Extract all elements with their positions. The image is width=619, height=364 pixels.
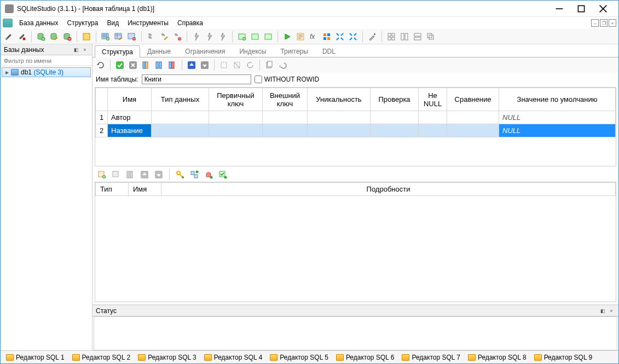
cell-notnull[interactable]	[419, 111, 447, 124]
add-check-constraint-button[interactable]	[217, 169, 229, 181]
cell-num[interactable]: 1	[96, 111, 108, 124]
cell-num[interactable]: 2	[96, 124, 108, 137]
add-db-button[interactable]	[35, 31, 47, 43]
remove-db-button[interactable]	[61, 31, 73, 43]
cell-notnull[interactable]	[419, 124, 447, 137]
bottom-tab-sql-7[interactable]: Редактор SQL 7	[398, 353, 464, 362]
edit-constraint-button[interactable]	[110, 169, 122, 181]
cell-uniq[interactable]	[308, 124, 371, 137]
cell-collate[interactable]	[447, 124, 499, 137]
edit-db-button[interactable]	[48, 31, 60, 43]
menu-database[interactable]: База данных	[15, 18, 62, 28]
disconnect-db-button[interactable]	[16, 31, 28, 43]
minimize-button[interactable]	[548, 1, 570, 16]
delete-index-button[interactable]	[171, 31, 183, 43]
move-constraint-down-button[interactable]	[153, 169, 165, 181]
tab-indexes[interactable]: Индексы	[232, 45, 273, 57]
cascade-windows-button[interactable]	[425, 31, 437, 43]
subwindow-close-button[interactable]: ×	[609, 19, 616, 27]
col-header-check[interactable]: Проверка	[371, 88, 419, 111]
bottom-tab-sql-9[interactable]: Редактор SQL 9	[531, 353, 596, 362]
col-header-fk[interactable]: Внешний ключ	[263, 88, 308, 111]
edit-trigger-button[interactable]	[204, 31, 216, 43]
add-constraint-button[interactable]	[96, 169, 108, 181]
menu-tools[interactable]: Инструменты	[123, 18, 173, 28]
split-vertical-button[interactable]	[412, 31, 424, 43]
tab-data[interactable]: Данные	[140, 45, 178, 57]
menu-structure[interactable]: Структура	[62, 18, 102, 28]
constraint-header-details[interactable]: Подробности	[161, 183, 616, 196]
col-header-notnull[interactable]: Не NULL	[419, 88, 447, 111]
add-unique-constraint-button[interactable]	[203, 169, 215, 181]
configure-button[interactable]	[366, 31, 378, 43]
col-header-collate[interactable]: Сравнение	[447, 88, 499, 111]
move-column-down-button[interactable]	[199, 59, 211, 71]
edit-table-button[interactable]	[113, 31, 125, 43]
db-tree[interactable]: ▸ db1 (SQLite 3)	[1, 66, 92, 350]
constraints-grid[interactable]: Тип Имя Подробности	[95, 182, 616, 302]
cell-uniq[interactable]	[308, 111, 371, 124]
new-table-button[interactable]	[100, 31, 112, 43]
maximize-button[interactable]	[570, 1, 592, 16]
add-pk-constraint-button[interactable]	[174, 169, 186, 181]
col-header-unique[interactable]: Уникальность	[308, 88, 371, 111]
open-sql-editor-button[interactable]	[80, 31, 92, 43]
bottom-tab-sql-2[interactable]: Редактор SQL 2	[69, 353, 134, 362]
subwindow-minimize-button[interactable]: –	[591, 19, 599, 27]
new-index-button[interactable]	[145, 31, 157, 43]
new-trigger-button[interactable]	[190, 31, 203, 43]
move-column-up-button[interactable]	[186, 59, 198, 71]
refresh-structure-button[interactable]	[95, 59, 107, 71]
constraint-header-name[interactable]: Имя	[129, 183, 161, 196]
delete-trigger-button[interactable]	[217, 31, 229, 43]
add-fk-constraint-button[interactable]	[188, 169, 200, 181]
fx-button[interactable]: fx	[308, 31, 320, 43]
constraint-header-type[interactable]: Тип	[96, 183, 129, 196]
bottom-tab-sql-5[interactable]: Редактор SQL 5	[267, 353, 332, 362]
tab-ddl[interactable]: DDL	[315, 45, 343, 57]
undo-button[interactable]	[276, 59, 288, 71]
db-tree-item-db1[interactable]: ▸ db1 (SQLite 3)	[2, 67, 91, 77]
cell-fk[interactable]	[263, 111, 308, 124]
copy-columns-button[interactable]	[263, 59, 275, 71]
col-header-type[interactable]: Тип данных	[152, 88, 209, 111]
tab-constraints[interactable]: Ограничения	[178, 45, 232, 57]
cell-check[interactable]	[371, 124, 419, 137]
bottom-tab-sql-1[interactable]: Редактор SQL 1	[3, 353, 68, 362]
cell-check[interactable]	[371, 111, 419, 124]
edit-view-button[interactable]	[249, 31, 261, 43]
explain-button[interactable]	[294, 31, 306, 43]
delete-column-button[interactable]	[166, 59, 178, 71]
panel-close-button[interactable]: ×	[81, 46, 89, 54]
status-close-button[interactable]: ×	[608, 307, 615, 315]
tab-triggers[interactable]: Триггеры	[273, 45, 315, 57]
close-button[interactable]	[592, 1, 614, 16]
tree-expand-icon[interactable]: ▸	[5, 68, 11, 76]
col-header-name[interactable]: Имя	[108, 88, 152, 111]
column-row[interactable]: 1АвторNULL	[96, 111, 616, 124]
add-column-button[interactable]	[140, 59, 152, 71]
table-name-input[interactable]	[142, 74, 251, 84]
edit-column-button[interactable]	[153, 59, 165, 71]
new-view-button[interactable]	[236, 31, 248, 43]
invert-selection-button[interactable]	[244, 59, 256, 71]
columns-grid[interactable]: Имя Тип данных Первичный ключ Внешний кл…	[95, 87, 616, 166]
delete-table-button[interactable]	[126, 31, 138, 43]
bottom-tab-sql-4[interactable]: Редактор SQL 4	[201, 353, 266, 362]
bottom-tab-sql-8[interactable]: Редактор SQL 8	[465, 353, 530, 362]
cell-type[interactable]	[152, 124, 209, 137]
db-filter-input[interactable]	[1, 55, 92, 66]
cell-pk[interactable]	[209, 111, 263, 124]
connect-db-button[interactable]	[3, 31, 15, 43]
cell-default[interactable]: NULL	[499, 111, 616, 124]
status-float-button[interactable]: ◧	[599, 307, 606, 315]
bottom-tab-sql-6[interactable]: Редактор SQL 6	[333, 353, 398, 362]
delete-view-button[interactable]	[262, 31, 274, 43]
panel-float-button[interactable]: ◧	[72, 46, 80, 54]
col-header-pk[interactable]: Первичный ключ	[209, 88, 263, 111]
col-header-default[interactable]: Значение по умолчанию	[499, 88, 616, 111]
bottom-tab-sql-3[interactable]: Редактор SQL 3	[135, 353, 200, 362]
cell-pk[interactable]	[209, 124, 263, 137]
tab-structure[interactable]: Структура	[95, 45, 140, 57]
menu-view[interactable]: Вид	[102, 18, 123, 28]
